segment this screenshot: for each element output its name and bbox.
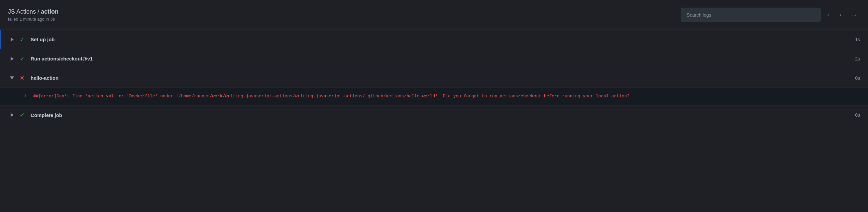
log-line-text: ##[error]Can't find 'action.yml' or 'Doc… (33, 93, 629, 100)
status-icon-success: ✓ (17, 110, 27, 120)
job-list: ✓ Set up job 1s ✓ Run actions/checkout@v… (0, 30, 868, 125)
expand-icon (8, 74, 16, 82)
log-line: 1 ##[error]Can't find 'action.yml' or 'D… (20, 93, 860, 100)
job-duration: 2s (855, 56, 860, 61)
prev-button[interactable]: ‹ (824, 9, 832, 20)
check-icon: ✓ (20, 111, 25, 119)
expand-icon (8, 111, 16, 119)
check-icon: ✓ (20, 55, 25, 62)
job-duration: 1s (855, 37, 860, 42)
job-name: Set up job (31, 36, 855, 42)
header-title-prefix: JS Actions / (8, 8, 41, 15)
job-row[interactable]: ✓ Run actions/checkout@v1 2s (0, 49, 868, 68)
job-name: Complete job (31, 112, 855, 118)
job-row[interactable]: ✓ Complete job 0s (0, 106, 868, 125)
header: JS Actions / action failed 1 minute ago … (0, 0, 868, 30)
job-name: Run actions/checkout@v1 (31, 56, 855, 61)
header-subtitle: failed 1 minute ago in 3s (8, 17, 59, 22)
search-input[interactable] (681, 8, 820, 22)
job-name: hello-action (31, 75, 855, 81)
next-icon: › (839, 11, 841, 18)
next-button[interactable]: › (836, 9, 844, 20)
header-title-bold: action (41, 8, 59, 15)
log-line-number: 1 (20, 93, 27, 98)
prev-icon: ‹ (827, 11, 829, 18)
header-left: JS Actions / action failed 1 minute ago … (8, 8, 59, 22)
expand-icon (8, 55, 16, 63)
status-icon-success: ✓ (17, 35, 27, 44)
triangle-right-icon (11, 57, 13, 61)
header-title: JS Actions / action (8, 8, 59, 15)
job-duration: 0s (855, 112, 860, 118)
triangle-down-icon (10, 77, 14, 80)
more-icon: ··· (851, 11, 857, 19)
job-duration: 0s (855, 75, 860, 81)
status-icon-success: ✓ (17, 54, 27, 63)
status-icon-failure: ✕ (17, 73, 27, 83)
more-button[interactable]: ··· (848, 9, 860, 21)
x-icon: ✕ (20, 74, 25, 82)
expand-icon (8, 35, 16, 43)
job-row[interactable]: ✓ Set up job 1s (0, 30, 868, 49)
header-right: ‹ › ··· (681, 8, 860, 22)
left-accent (0, 30, 1, 49)
job-row-expanded[interactable]: ✕ hello-action 0s (0, 68, 868, 88)
check-icon: ✓ (20, 36, 25, 43)
triangle-right-icon (11, 37, 13, 41)
triangle-right-icon (11, 113, 13, 117)
log-area: 1 ##[error]Can't find 'action.yml' or 'D… (0, 88, 868, 106)
